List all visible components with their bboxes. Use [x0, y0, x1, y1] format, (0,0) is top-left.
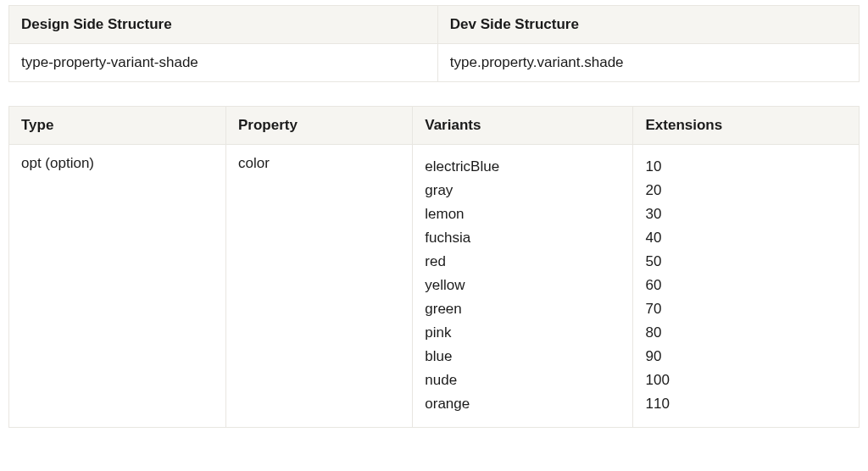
header-type: Type [9, 107, 226, 145]
header-property: Property [226, 107, 413, 145]
extension-item: 70 [645, 297, 847, 321]
variant-item: green [425, 297, 620, 321]
variant-item: red [425, 250, 620, 274]
table-row: opt (option) color electricBluegraylemon… [9, 145, 860, 428]
cell-variants: electricBluegraylemonfuchsiaredyellowgre… [413, 145, 633, 428]
variant-item: orange [425, 392, 620, 416]
header-design-structure: Design Side Structure [9, 6, 438, 44]
extension-item: 40 [645, 226, 847, 250]
table-row: type-property-variant-shade type.propert… [9, 44, 860, 82]
variant-item: blue [425, 345, 620, 368]
extension-item: 50 [645, 250, 847, 274]
extension-item: 110 [645, 392, 847, 416]
extension-item: 80 [645, 321, 847, 345]
cell-extensions: 102030405060708090100110 [633, 145, 860, 428]
extension-item: 100 [645, 368, 847, 392]
header-extensions: Extensions [633, 107, 860, 145]
cell-dev-structure: type.property.variant.shade [437, 44, 859, 82]
structure-table: Design Side Structure Dev Side Structure… [8, 5, 860, 82]
cell-type: opt (option) [9, 145, 226, 428]
extension-item: 10 [645, 155, 847, 179]
variant-item: nude [425, 368, 620, 392]
variant-item: fuchsia [425, 226, 620, 250]
header-dev-structure: Dev Side Structure [437, 6, 859, 44]
variant-item: electricBlue [425, 155, 620, 179]
cell-design-structure: type-property-variant-shade [9, 44, 438, 82]
variant-item: gray [425, 179, 620, 202]
variant-item: lemon [425, 202, 620, 226]
variant-item: pink [425, 321, 620, 345]
header-variants: Variants [413, 107, 633, 145]
extension-item: 60 [645, 274, 847, 297]
token-table: Type Property Variants Extensions opt (o… [8, 106, 860, 428]
extension-item: 20 [645, 179, 847, 202]
extension-item: 90 [645, 345, 847, 368]
extension-item: 30 [645, 202, 847, 226]
variant-item: yellow [425, 274, 620, 297]
cell-property: color [226, 145, 413, 428]
